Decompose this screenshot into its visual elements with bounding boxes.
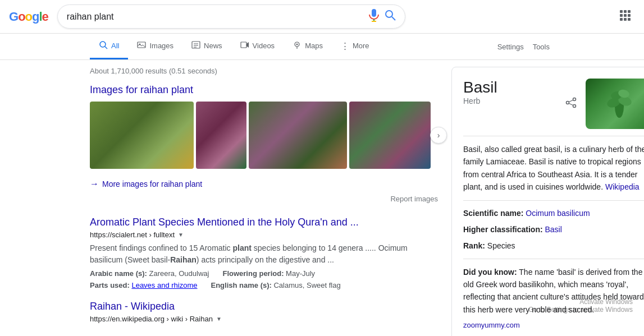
google-logo: Google: [9, 10, 48, 24]
result-1-url-row: https://scialert.net › fulltext ▼: [90, 231, 438, 239]
kp-title: Basil: [463, 79, 497, 96]
meta-parts-value-link[interactable]: Leaves and rhizome: [131, 281, 197, 289]
tab-images-label: Images: [149, 42, 173, 50]
image-thumbnail-3[interactable]: [249, 102, 347, 169]
result-2-url[interactable]: https://en.wikipedia.org › wiki › Raihan: [90, 315, 213, 323]
kp-divider-1: [463, 136, 644, 136]
search-result-2: Raihan - Wikipedia https://en.wikipedia.…: [90, 301, 438, 323]
meta-flowering: Flowering period: May-July: [222, 269, 315, 278]
tab-images[interactable]: Images: [128, 34, 182, 59]
main-content: About 1,710,000 results (0.51 seconds) I…: [0, 60, 644, 336]
report-images-link[interactable]: Report images: [390, 195, 438, 203]
tab-maps-label: Maps: [305, 42, 323, 50]
meta-arabic-label: Arabic name (s):: [90, 269, 149, 278]
meta-arabic-name: Arabic name (s): Zareera, Oudulwaj: [90, 269, 209, 278]
svg-point-25: [573, 98, 576, 100]
images-grid: ›: [90, 102, 438, 169]
svg-rect-9: [624, 14, 627, 17]
svg-point-27: [573, 104, 576, 107]
settings-button[interactable]: Settings: [493, 36, 528, 58]
kp-scientific-name-value[interactable]: Ocimum basilicum: [526, 209, 590, 218]
search-icons: [369, 8, 396, 25]
result-1-meta-2: Parts used: Leaves and rhizome English n…: [90, 281, 438, 289]
more-images-label: More images for raihan plant: [102, 179, 202, 188]
tab-all[interactable]: All: [90, 34, 128, 59]
kp-higher-classification-value[interactable]: Basil: [545, 225, 561, 234]
videos-tab-icon: [240, 40, 249, 51]
svg-rect-8: [620, 14, 623, 17]
mic-icon[interactable]: [369, 8, 379, 25]
svg-rect-5: [620, 10, 623, 13]
kp-higher-classification: Higher classification: Basil: [463, 224, 644, 236]
tab-more[interactable]: ⋮ More: [332, 34, 378, 59]
images-heading[interactable]: Images for raihan plant: [90, 84, 438, 96]
search-button-icon[interactable]: [385, 10, 396, 24]
snippet-bold-1: plant: [232, 243, 251, 252]
svg-line-4: [392, 17, 395, 20]
svg-point-14: [100, 42, 106, 47]
kp-scientific-name: Scientific name: Ocimum basilicum: [463, 208, 644, 219]
more-tab-icon: ⋮: [341, 41, 349, 51]
meta-arabic-value: Zareera, Oudulwaj: [149, 269, 209, 278]
kp-wikipedia-link[interactable]: Wikipedia: [605, 182, 640, 191]
snippet-bold-2: Raihan: [170, 255, 197, 264]
svg-rect-12: [624, 18, 627, 21]
images-footer: → More images for raihan plant Report im…: [90, 173, 438, 203]
apps-grid-icon[interactable]: [615, 5, 635, 28]
meta-english-name: English name (s): Calamus, Sweet flag: [211, 281, 341, 289]
all-tab-icon: [99, 40, 108, 51]
tab-news[interactable]: News: [182, 34, 231, 59]
result-1-snippet: Present findings confined to 15 Aromatic…: [90, 242, 438, 266]
meta-english-label: English name (s):: [211, 281, 274, 289]
result-2-dropdown-icon[interactable]: ▼: [216, 316, 222, 322]
result-1-meta: Arabic name (s): Zareera, Oudulwaj Flowe…: [90, 269, 438, 278]
tab-videos[interactable]: Videos: [231, 34, 284, 59]
search-bar: [57, 4, 405, 29]
kp-subtitle: Herb: [463, 96, 497, 105]
image-thumbnail-2[interactable]: [196, 102, 246, 169]
nav-tabs: All Images News V: [0, 34, 644, 60]
kp-divider-2: [463, 200, 644, 201]
more-images-arrow-icon: →: [90, 179, 99, 189]
images-tab-icon: [137, 40, 146, 51]
search-input[interactable]: [67, 12, 369, 22]
tools-button[interactable]: Tools: [528, 36, 554, 58]
kp-rank-label: Rank:: [463, 241, 487, 250]
tab-maps[interactable]: Maps: [284, 34, 332, 59]
kp-higher-classification-label: Higher classification:: [463, 225, 545, 234]
images-next-button[interactable]: ›: [430, 127, 447, 144]
svg-rect-13: [628, 18, 631, 21]
meta-parts: Parts used: Leaves and rhizome: [90, 281, 198, 289]
kp-share-button[interactable]: [565, 97, 577, 111]
result-2-title[interactable]: Raihan - Wikipedia: [90, 301, 438, 312]
kp-description: Basil, also called great basil, is a cul…: [463, 143, 644, 194]
result-2-url-row: https://en.wikipedia.org › wiki › Raihan…: [90, 315, 438, 323]
result-1-dropdown-icon[interactable]: ▼: [178, 232, 184, 238]
image-thumbnail-4[interactable]: [349, 102, 431, 169]
kp-divider-3: [463, 259, 644, 259]
kp-rank: Rank: Species: [463, 240, 644, 252]
tab-videos-label: Videos: [253, 42, 275, 50]
meta-flowering-value: May-July: [286, 269, 315, 278]
svg-rect-22: [241, 42, 246, 48]
results-count: About 1,710,000 results (0.51 seconds): [90, 67, 438, 75]
kp-title-section: Basil Herb: [463, 79, 497, 105]
more-images-link[interactable]: → More images for raihan plant: [90, 179, 438, 189]
svg-rect-7: [628, 10, 631, 13]
result-1-url[interactable]: https://scialert.net › fulltext: [90, 231, 175, 239]
header: Google: [0, 0, 644, 34]
svg-rect-11: [620, 18, 623, 21]
svg-line-28: [569, 100, 573, 102]
meta-flowering-label: Flowering period:: [222, 269, 286, 278]
kp-rank-value: Species: [487, 241, 515, 250]
tab-news-label: News: [204, 42, 222, 50]
svg-line-15: [105, 47, 107, 49]
result-1-title[interactable]: Aromatic Plant Species Mentioned in the …: [90, 217, 438, 228]
kp-header-right: [565, 79, 644, 129]
svg-point-3: [386, 11, 392, 17]
knowledge-panel: Basil Herb: [451, 67, 644, 336]
svg-rect-0: [372, 9, 376, 17]
image-thumbnail-1[interactable]: [90, 102, 194, 169]
kp-source-link[interactable]: zoomyummy.com: [463, 321, 520, 329]
right-column: Basil Herb: [451, 67, 644, 336]
